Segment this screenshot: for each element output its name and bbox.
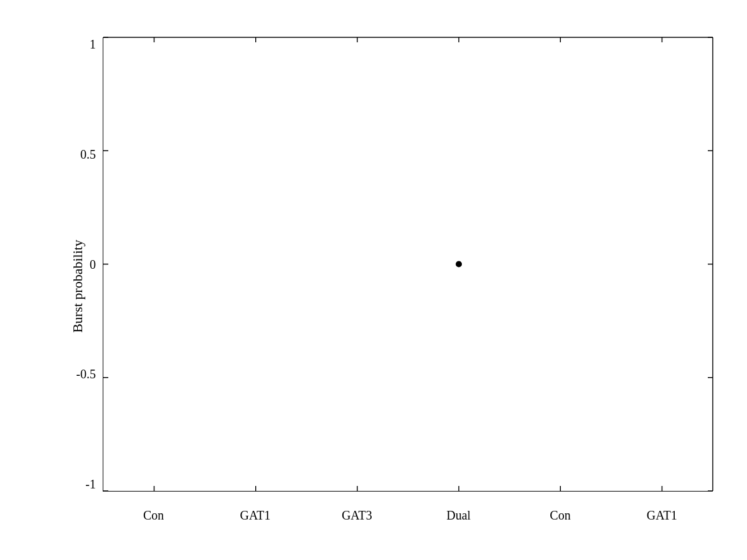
- x-label-con2: Con: [509, 508, 611, 523]
- plot-area: [103, 37, 713, 492]
- x-label-dual: Dual: [408, 508, 509, 523]
- y-tick-3: 0: [90, 258, 100, 272]
- x-label-gat3: GAT3: [306, 508, 408, 523]
- data-point-dual: [456, 261, 462, 268]
- y-tick-4: -0.5: [76, 367, 100, 381]
- y-tick-5: -1: [85, 477, 100, 492]
- y-tick-labels: 1 0.5 0 -0.5 -1: [65, 37, 100, 492]
- x-label-gat1-2: GAT1: [611, 508, 713, 523]
- x-axis-labels: Con GAT1 GAT3 Dual Con GAT1: [103, 508, 713, 523]
- y-tick-2: 0.5: [80, 147, 100, 162]
- chart-wrapper: Burst probability 1 0.5 0 -0.5 -1: [65, 31, 719, 541]
- plot-svg: [103, 37, 713, 491]
- x-label-gat1: GAT1: [204, 508, 306, 523]
- y-tick-1: 1: [90, 37, 100, 52]
- chart-container: Burst probability 1 0.5 0 -0.5 -1: [0, 0, 747, 560]
- x-label-con1: Con: [103, 508, 204, 523]
